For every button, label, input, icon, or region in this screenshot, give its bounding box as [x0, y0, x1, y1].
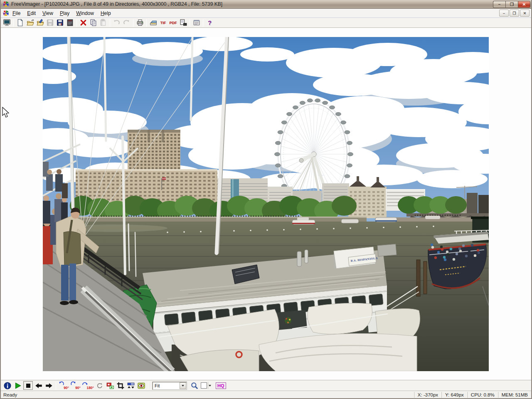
info-button[interactable]: [2, 381, 12, 390]
toolbar-separator: [148, 382, 148, 389]
browse-folder-icon: [36, 19, 44, 27]
toolbar-separator: [190, 19, 190, 27]
scan-to-email-button[interactable]: [178, 18, 188, 27]
levels-button[interactable]: [126, 381, 135, 390]
rotate-right-button[interactable]: 90°: [70, 381, 81, 390]
close-icon: ✕: [522, 2, 526, 7]
print-button[interactable]: [135, 18, 145, 27]
background-color-picker[interactable]: [201, 382, 212, 389]
info-icon: [3, 382, 12, 390]
toolbar-separator: [13, 19, 14, 27]
rotate-right-label: 90°: [75, 386, 81, 390]
status-x-coordinate: X: -370px: [414, 392, 441, 398]
new-button[interactable]: [15, 18, 25, 27]
crop-button[interactable]: [116, 381, 125, 390]
help-icon: ?: [208, 19, 212, 26]
image-canvas[interactable]: R.S. HISPANIOLA R. S. HISPANIOLA: [1, 28, 531, 380]
minimize-button[interactable]: –: [493, 1, 505, 8]
arrow-left-icon: [34, 382, 43, 390]
scan-email-icon: [179, 19, 187, 27]
toolbar-separator: [133, 19, 133, 27]
rotate-180-button[interactable]: 180°: [81, 381, 94, 390]
mouse-cursor: [2, 107, 9, 118]
paste-button[interactable]: [99, 18, 108, 27]
menu-help[interactable]: Help: [97, 10, 114, 17]
stop-icon: [24, 382, 32, 390]
free-rotate-button[interactable]: [95, 381, 104, 390]
scan-to-pdf-button[interactable]: PDF: [168, 18, 178, 27]
stop-button[interactable]: [23, 381, 33, 390]
toolbar-separator: [146, 19, 147, 27]
restore-button[interactable]: ❐: [505, 1, 518, 8]
freevimager-window: FreeVimager - [P1020024.JPG , File 8 of …: [0, 0, 532, 399]
play-button[interactable]: [13, 381, 22, 390]
help-button[interactable]: ?: [205, 18, 214, 27]
photo-p1020024: R.S. HISPANIOLA R. S. HISPANIOLA: [43, 37, 489, 371]
previous-button[interactable]: [34, 381, 43, 390]
print-icon: [136, 19, 144, 27]
paste-icon: [99, 19, 107, 27]
tif-label: TIF: [160, 21, 166, 25]
pdf-label: PDF: [170, 21, 177, 25]
redo-button[interactable]: [122, 18, 131, 27]
zoom-tool-button[interactable]: [190, 381, 199, 390]
monitor-icon: [3, 19, 11, 27]
copy-button[interactable]: [89, 18, 98, 27]
save-button[interactable]: [45, 18, 55, 27]
red-eye-button[interactable]: [136, 381, 146, 390]
menu-window[interactable]: Window: [73, 10, 97, 17]
fullscreen-button[interactable]: [2, 18, 12, 27]
menu-file[interactable]: File: [9, 10, 24, 17]
save-as-button[interactable]: [55, 18, 65, 27]
toolbar-separator: [76, 19, 77, 27]
undo-button[interactable]: [112, 18, 121, 27]
scan-to-tif-button[interactable]: TIF: [158, 18, 168, 27]
save-as-icon: [56, 19, 64, 27]
resize-button[interactable]: [105, 381, 115, 390]
status-memory-usage: MEM: 51MB: [498, 392, 531, 398]
play-icon: [14, 382, 22, 390]
rotate-180-label: 180°: [86, 386, 94, 390]
app-logo-icon: [2, 1, 9, 7]
open-folder-icon: [26, 19, 34, 27]
new-file-icon: [16, 19, 24, 27]
background-color-arrow[interactable]: [208, 382, 212, 389]
open-button[interactable]: [25, 18, 35, 27]
dark-pdf-icon: [66, 19, 74, 27]
zoom-select[interactable]: Fit: [152, 382, 187, 390]
zoom-select-arrow[interactable]: [180, 382, 186, 389]
scan-button[interactable]: [148, 18, 158, 27]
status-y-coordinate: Y: 649px: [441, 392, 467, 398]
menu-play[interactable]: Play: [57, 10, 73, 17]
menu-bar: File Edit View Play Window Help – ❐ ✕: [1, 9, 531, 18]
next-button[interactable]: [44, 381, 54, 390]
save-pdf-button[interactable]: [65, 18, 75, 27]
magnifier-icon: [190, 382, 199, 390]
title-bar[interactable]: FreeVimager - [P1020024.JPG , File 8 of …: [1, 0, 531, 9]
restore-icon: ❐: [510, 2, 514, 7]
levels-icon: [127, 382, 135, 390]
status-message: Ready: [1, 392, 414, 397]
close-button[interactable]: ✕: [518, 1, 530, 8]
high-quality-toggle[interactable]: HQ: [216, 382, 226, 389]
mdi-minimize-button[interactable]: –: [499, 10, 509, 17]
rotate-left-button[interactable]: 90°: [58, 381, 69, 390]
rotate-left-label: 90°: [64, 386, 69, 390]
mdi-restore-button[interactable]: ❐: [510, 10, 519, 17]
background-color-swatch[interactable]: [201, 382, 207, 389]
mdi-close-button[interactable]: ✕: [520, 10, 530, 17]
mdi-close-icon: ✕: [523, 11, 527, 15]
browse-button[interactable]: [35, 18, 45, 27]
save-icon: [46, 19, 54, 27]
window-title: FreeVimager - [P1020024.JPG , File 8 of …: [11, 1, 222, 7]
batch-window-icon: [192, 19, 201, 27]
menu-edit[interactable]: Edit: [24, 10, 39, 17]
batch-button[interactable]: [192, 18, 201, 27]
chevron-down-icon: [209, 385, 211, 387]
arrow-right-icon: [45, 382, 53, 390]
red-eye-icon: [137, 382, 145, 390]
menu-view[interactable]: View: [39, 10, 57, 17]
playback-toolbar: 90° 90° 180° Fit HQ: [1, 380, 531, 391]
delete-button[interactable]: [79, 18, 88, 27]
status-cpu-usage: CPU: 0.8%: [467, 392, 498, 398]
